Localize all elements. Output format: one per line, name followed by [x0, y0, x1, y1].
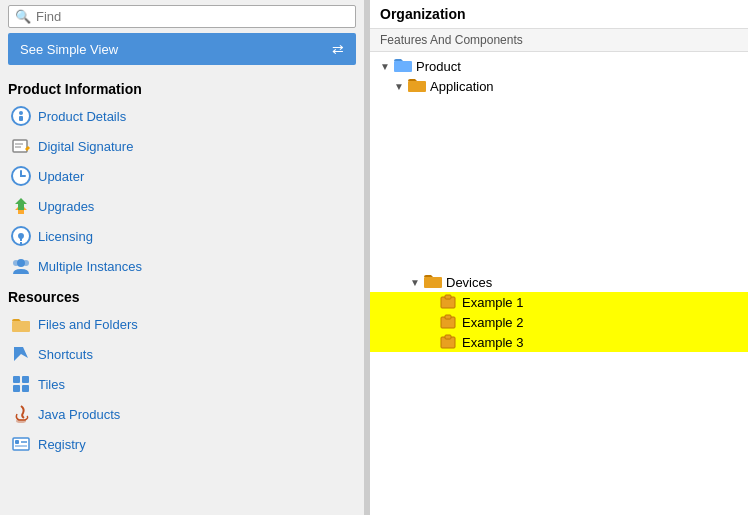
- java-products-icon: [10, 403, 32, 425]
- svg-rect-33: [445, 335, 451, 339]
- nav-label-tiles: Tiles: [38, 377, 65, 392]
- toggle-view-icon: ⇄: [332, 41, 344, 57]
- svg-rect-17: [22, 376, 29, 383]
- multiple-instances-icon: [10, 255, 32, 277]
- tree-item-redacted-3[interactable]: [370, 140, 748, 162]
- svg-rect-19: [22, 385, 29, 392]
- registry-icon: [10, 433, 32, 455]
- nav-label-multiple-instances: Multiple Instances: [38, 259, 142, 274]
- product-info-header: Product Information: [8, 81, 356, 97]
- tree-label-example1: Example 1: [462, 295, 523, 310]
- package-icon-example1: [440, 294, 458, 310]
- digital-signature-icon: [10, 135, 32, 157]
- nav-label-java-products: Java Products: [38, 407, 120, 422]
- simple-view-label: See Simple View: [20, 42, 118, 57]
- nav-label-product-details: Product Details: [38, 109, 126, 124]
- nav-item-registry[interactable]: Registry: [4, 429, 360, 459]
- svg-marker-15: [14, 347, 28, 361]
- nav-label-registry: Registry: [38, 437, 86, 452]
- nav-item-multiple-instances[interactable]: Multiple Instances: [4, 251, 360, 281]
- svg-rect-16: [13, 376, 20, 383]
- nav-item-licensing[interactable]: Licensing: [4, 221, 360, 251]
- tree-item-redacted-6[interactable]: [370, 206, 748, 228]
- svg-point-12: [13, 260, 19, 266]
- shortcuts-icon: [10, 343, 32, 365]
- nav-label-updater: Updater: [38, 169, 84, 184]
- svg-rect-14: [12, 321, 30, 332]
- nav-item-java-products[interactable]: Java Products: [4, 399, 360, 429]
- svg-rect-21: [13, 438, 29, 450]
- updater-icon: [10, 165, 32, 187]
- tree-item-application[interactable]: ▼ Application: [370, 76, 748, 96]
- svg-point-13: [23, 260, 29, 266]
- tree-item-redacted-7[interactable]: [370, 228, 748, 250]
- tree-item-redacted-2[interactable]: [370, 118, 748, 140]
- svg-rect-29: [445, 295, 451, 299]
- tiles-icon: [10, 373, 32, 395]
- tree-item-example2[interactable]: ► Example 2: [370, 312, 748, 332]
- svg-marker-7: [15, 198, 27, 210]
- nav-item-shortcuts[interactable]: Shortcuts: [4, 339, 360, 369]
- package-icon-example3: [440, 334, 458, 350]
- folder-blue-icon: [394, 58, 412, 74]
- tree-toggle-product[interactable]: ▼: [378, 59, 392, 73]
- svg-rect-22: [15, 440, 19, 444]
- svg-rect-10: [20, 242, 22, 244]
- svg-rect-31: [445, 315, 451, 319]
- nav-label-digital-signature: Digital Signature: [38, 139, 133, 154]
- tree-label-application: Application: [430, 79, 494, 94]
- tree-label-devices: Devices: [446, 275, 492, 290]
- folder-orange-icon-devices: [424, 274, 442, 290]
- nav-label-licensing: Licensing: [38, 229, 93, 244]
- left-panel: 🔍 See Simple View ⇄ Product Information …: [0, 0, 365, 515]
- nav-item-updater[interactable]: Updater: [4, 161, 360, 191]
- nav-item-digital-signature[interactable]: Digital Signature: [4, 131, 360, 161]
- nav-label-upgrades: Upgrades: [38, 199, 94, 214]
- tree-item-example3[interactable]: ► Example 3: [370, 332, 748, 352]
- svg-rect-2: [19, 116, 23, 121]
- tree-label-product: Product: [416, 59, 461, 74]
- tree-area: ▼ Product ▼ Application: [370, 52, 748, 515]
- files-folders-icon: [10, 313, 32, 335]
- tree-item-redacted-4[interactable]: [370, 162, 748, 184]
- nav-item-product-details[interactable]: Product Details: [4, 101, 360, 131]
- nav-item-files-folders[interactable]: Files and Folders: [4, 309, 360, 339]
- tree-label-example2: Example 2: [462, 315, 523, 330]
- search-input[interactable]: [36, 9, 349, 24]
- tree-item-redacted-8[interactable]: [370, 250, 748, 272]
- tree-label-example3: Example 3: [462, 335, 523, 350]
- right-panel-header: Organization: [370, 0, 748, 29]
- tree-item-product[interactable]: ▼ Product: [370, 56, 748, 76]
- package-icon-example2: [440, 314, 458, 330]
- nav-item-tiles[interactable]: Tiles: [4, 369, 360, 399]
- nav-item-upgrades[interactable]: Upgrades: [4, 191, 360, 221]
- tree-toggle-application[interactable]: ▼: [392, 79, 406, 93]
- nav-label-shortcuts: Shortcuts: [38, 347, 93, 362]
- tree-item-example1[interactable]: ► Example 1: [370, 292, 748, 312]
- resources-header: Resources: [8, 289, 356, 305]
- simple-view-button[interactable]: See Simple View ⇄: [8, 33, 356, 65]
- tree-item-redacted-1[interactable]: [370, 96, 748, 118]
- svg-rect-25: [394, 61, 412, 72]
- folder-orange-icon-application: [408, 78, 426, 94]
- svg-rect-26: [408, 81, 426, 92]
- licensing-icon: [10, 225, 32, 247]
- svg-point-20: [16, 419, 26, 423]
- right-panel: Organization Features And Components ▼ P…: [370, 0, 748, 515]
- left-nav: Product Information Product Details: [0, 73, 364, 515]
- features-components-header: Features And Components: [370, 29, 748, 52]
- search-bar: 🔍: [8, 5, 356, 28]
- product-details-icon: [10, 105, 32, 127]
- tree-toggle-devices[interactable]: ▼: [408, 275, 422, 289]
- svg-rect-18: [13, 385, 20, 392]
- svg-rect-3: [13, 140, 27, 152]
- tree-item-devices[interactable]: ▼ Devices: [370, 272, 748, 292]
- svg-point-1: [19, 111, 23, 115]
- search-icon: 🔍: [15, 9, 31, 24]
- tree-item-redacted-5[interactable]: [370, 184, 748, 206]
- nav-label-files-folders: Files and Folders: [38, 317, 138, 332]
- svg-rect-27: [424, 277, 442, 288]
- upgrades-icon: [10, 195, 32, 217]
